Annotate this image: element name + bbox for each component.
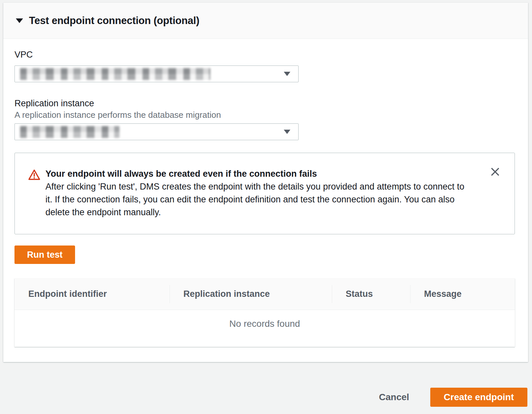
column-header-message: Message xyxy=(410,278,515,310)
dismiss-alert-button[interactable] xyxy=(490,166,501,177)
replication-instance-field: Replication instance A replication insta… xyxy=(14,98,515,140)
vpc-label: VPC xyxy=(14,49,515,60)
test-endpoint-connection-panel: Test endpoint connection (optional) VPC … xyxy=(3,3,528,362)
cancel-button[interactable]: Cancel xyxy=(379,388,409,407)
section-expander[interactable]: Test endpoint connection (optional) xyxy=(3,3,528,39)
vpc-field: VPC xyxy=(14,49,515,82)
warning-alert: Your endpoint will always be created eve… xyxy=(14,153,515,234)
redacted-replication-instance-value xyxy=(20,126,120,138)
chevron-down-icon xyxy=(284,72,290,76)
alert-title: Your endpoint will always be created eve… xyxy=(45,168,473,180)
alert-body: After clicking 'Run test', DMS creates t… xyxy=(45,180,473,219)
column-header-endpoint-identifier: Endpoint identifier xyxy=(14,278,170,310)
column-header-status: Status xyxy=(332,278,410,310)
replication-instance-description: A replication instance performs the data… xyxy=(14,110,515,120)
create-endpoint-button[interactable]: Create endpoint xyxy=(430,388,527,407)
form-actions-footer: Cancel Create endpoint xyxy=(0,362,532,414)
empty-state-text: No records found xyxy=(14,310,515,347)
test-results-table: Endpoint identifier Replication instance… xyxy=(14,278,515,347)
close-icon xyxy=(490,167,500,177)
warning-triangle-icon xyxy=(28,169,40,219)
redacted-vpc-value xyxy=(20,68,210,80)
alert-content: Your endpoint will always be created eve… xyxy=(45,168,473,219)
run-test-button[interactable]: Run test xyxy=(14,246,75,264)
column-header-replication-instance: Replication instance xyxy=(170,278,332,310)
section-title: Test endpoint connection (optional) xyxy=(29,15,200,27)
section-body: VPC Replication instance A replication i… xyxy=(3,39,528,347)
vpc-select[interactable] xyxy=(14,65,299,82)
triangle-down-icon xyxy=(16,18,23,23)
replication-instance-select[interactable] xyxy=(14,123,299,140)
replication-instance-label: Replication instance xyxy=(14,98,515,109)
table-header-row: Endpoint identifier Replication instance… xyxy=(14,278,515,310)
chevron-down-icon xyxy=(284,130,290,134)
